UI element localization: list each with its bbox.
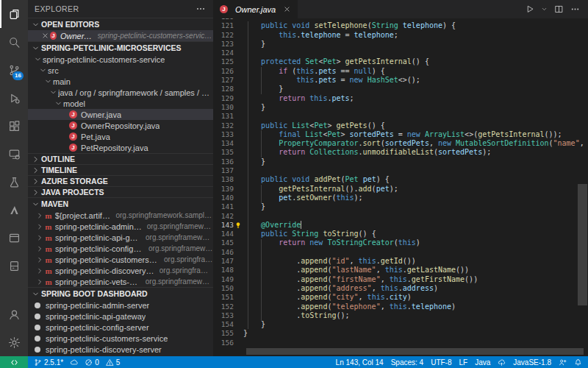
code-line-151[interactable]: 151 .append("city", this.city) bbox=[213, 293, 588, 302]
activity-bar-item-containers[interactable] bbox=[0, 252, 28, 280]
maven-item[interactable]: m${project.artifactId}org.springframewor… bbox=[28, 210, 213, 221]
code-line-137[interactable]: 137 bbox=[213, 166, 588, 175]
tree-item[interactable]: java / org / springframework / samples /… bbox=[28, 87, 213, 98]
dashboard-item[interactable]: spring-petclinic-api-gateway bbox=[28, 311, 213, 322]
maven-item[interactable]: mspring-petclinic-vets-serviceorg.spring… bbox=[28, 276, 213, 287]
code-line-139[interactable]: 139 getPetsInternal().add(pet); bbox=[213, 185, 588, 194]
code-line-133[interactable]: 133 final List<Pet> sortedPets = new Arr… bbox=[213, 130, 588, 139]
dashboard-item[interactable]: spring-petclinic-discovery-server bbox=[28, 344, 213, 355]
code-line-130[interactable]: 130 } bbox=[213, 103, 588, 112]
code-line-132[interactable]: 132 public List<Pet> getPets() { bbox=[213, 121, 588, 130]
editor-action-run-file[interactable] bbox=[525, 4, 534, 14]
activity-bar-item-accounts[interactable] bbox=[0, 300, 28, 328]
code-line-124[interactable]: 124 bbox=[213, 49, 588, 57]
editor-action-split-editor[interactable] bbox=[554, 4, 564, 14]
status-item-eol[interactable]: LF bbox=[459, 358, 468, 367]
code-area[interactable]: 120121 public void setTelephone(String t… bbox=[213, 18, 588, 356]
activity-bar-item-testing[interactable] bbox=[0, 168, 28, 196]
activity-bar-item-search[interactable] bbox=[0, 28, 28, 56]
dashboard-item[interactable]: spring-petclinic-admin-server bbox=[28, 300, 213, 311]
status-item-publish[interactable] bbox=[498, 358, 506, 367]
code-line-129[interactable]: 129 return this.pets; bbox=[213, 94, 588, 103]
status-item-indentation[interactable]: Spaces: 4 bbox=[391, 358, 423, 367]
status-item-encoding[interactable]: UTF-8 bbox=[431, 358, 451, 367]
code-line-147[interactable]: 147 .append("id", this.getId()) bbox=[213, 257, 588, 266]
code-line-123[interactable]: 123 } bbox=[213, 40, 588, 49]
maven-item[interactable]: mspring-petclinic-config-serverorg.sprin… bbox=[28, 243, 213, 254]
horizontal-scrollbar[interactable] bbox=[246, 348, 584, 355]
code-line-152[interactable]: 152 .append("telephone", this.telephone) bbox=[213, 302, 588, 311]
remote-indicator[interactable] bbox=[0, 356, 28, 368]
lightbulb-icon[interactable] bbox=[234, 222, 242, 229]
code-line-149[interactable]: 149 .append("firstName", this.getFirstNa… bbox=[213, 275, 588, 284]
tree-item[interactable]: src bbox=[28, 65, 213, 76]
code-line-153[interactable]: 153 .toString(); bbox=[213, 311, 588, 320]
editor-action-run-dropdown[interactable] bbox=[541, 6, 548, 13]
code-line-140[interactable]: 140 pet.setOwner(this); bbox=[213, 194, 588, 202]
section-outline[interactable]: OUTLINE bbox=[28, 153, 213, 164]
code-line-145[interactable]: 145 return new ToStringCreator(this) bbox=[213, 238, 588, 247]
code-line-126[interactable]: 126 if (this.pets == null) { bbox=[213, 67, 588, 76]
code-line-150[interactable]: 150 .append("address", this.address) bbox=[213, 284, 588, 293]
dashboard-item[interactable]: spring-petclinic-customers-service bbox=[28, 333, 213, 344]
section-timeline[interactable]: TIMELINE bbox=[28, 164, 213, 175]
dashboard-item[interactable]: spring-petclinic-config-server bbox=[28, 322, 213, 333]
activity-bar-item-extensions[interactable] bbox=[0, 112, 28, 140]
section-open-editors[interactable]: OPEN EDITORS bbox=[28, 18, 213, 30]
open-editor-item[interactable]: JOwner.javaspring-petclinic-customers-se… bbox=[28, 30, 213, 41]
activity-bar-item-browser-preview[interactable] bbox=[0, 224, 28, 252]
code-line-154[interactable]: 154 } bbox=[213, 320, 588, 329]
maven-item[interactable]: mspring-petclinic-discovery-serverorg.sp… bbox=[28, 265, 213, 276]
tree-item[interactable]: JPetRepository.java bbox=[28, 142, 213, 153]
code-line-138[interactable]: 138 public void addPet(Pet pet) { bbox=[213, 175, 588, 184]
close-icon[interactable] bbox=[40, 32, 50, 40]
code-line-143[interactable]: 143 @Override bbox=[213, 221, 588, 230]
status-item-errors[interactable]: 0 bbox=[85, 358, 99, 367]
activity-bar-item-source-control[interactable]: 16 bbox=[0, 56, 28, 84]
maven-item[interactable]: mspring-petclinic-customers-serviceorg.s… bbox=[28, 254, 213, 265]
code-line-141[interactable]: 141 } bbox=[213, 202, 588, 211]
activity-bar-item-explorer[interactable] bbox=[0, 0, 28, 28]
status-item-sync-indicator[interactable] bbox=[70, 358, 78, 367]
editor-action-more-actions[interactable] bbox=[570, 4, 580, 14]
activity-bar-item-remote-explorer[interactable] bbox=[0, 140, 28, 168]
section-azure-storage[interactable]: AZURE STORAGE bbox=[28, 175, 213, 186]
status-item-branch-indicator[interactable]: 2.5.1* bbox=[34, 358, 63, 367]
status-item-cursor-position[interactable]: Ln 143, Col 14 bbox=[336, 358, 384, 367]
section-maven[interactable]: MAVEN bbox=[28, 197, 213, 210]
code-line-155[interactable]: 155} bbox=[213, 329, 588, 338]
status-item-feedback[interactable] bbox=[559, 358, 567, 367]
code-line-128[interactable]: 128 } bbox=[213, 85, 588, 93]
code-line-148[interactable]: 148 .append("lastName", this.getLastName… bbox=[213, 266, 588, 275]
code-line-134[interactable]: 134 PropertyComparator.sort(sortedPets, … bbox=[213, 139, 588, 148]
code-line-125[interactable]: 125 protected Set<Pet> getPetsInternal()… bbox=[213, 57, 588, 66]
vertical-scrollbar[interactable] bbox=[578, 184, 587, 305]
maven-item[interactable]: mspring-petclinic-admin-serverorg.spring… bbox=[28, 221, 213, 232]
tree-item[interactable]: JOwnerRepository.java bbox=[28, 120, 213, 131]
section-spring-boot-dashboard[interactable]: SPRING BOOT DASHBOARD bbox=[28, 287, 213, 300]
tree-item[interactable]: spring-petclinic-customers-service bbox=[28, 54, 213, 65]
tree-item[interactable]: JPet.java bbox=[28, 131, 213, 142]
code-line-156[interactable]: 156 bbox=[213, 339, 588, 347]
tree-item[interactable]: JOwner.java bbox=[28, 109, 213, 120]
ellipsis-icon[interactable] bbox=[196, 4, 206, 14]
code-line-122[interactable]: 122 this.telephone = telephone; bbox=[213, 31, 588, 40]
status-item-java-runtime[interactable]: JavaSE-1.8 bbox=[513, 358, 551, 367]
code-line-136[interactable]: 136 } bbox=[213, 158, 588, 166]
tab-owner-java[interactable]: J Owner.java bbox=[213, 0, 298, 18]
tree-item[interactable]: main bbox=[28, 76, 213, 87]
code-line-131[interactable]: 131 bbox=[213, 112, 588, 121]
status-item-language-mode[interactable]: Java bbox=[475, 358, 490, 367]
code-line-135[interactable]: 135 return Collections.unmodifiableList(… bbox=[213, 148, 588, 157]
code-line-142[interactable]: 142 bbox=[213, 212, 588, 221]
code-line-121[interactable]: 121 public void setTelephone(String tele… bbox=[213, 21, 588, 30]
activity-bar-item-azure[interactable] bbox=[0, 196, 28, 224]
code-line-127[interactable]: 127 this.pets = new HashSet<>(); bbox=[213, 76, 588, 85]
activity-bar-item-run-debug[interactable] bbox=[0, 84, 28, 112]
code-line-144[interactable]: 144 public String toString() { bbox=[213, 230, 588, 238]
tree-item[interactable]: model bbox=[28, 98, 213, 109]
activity-bar-item-settings[interactable] bbox=[0, 328, 28, 356]
section-java-projects[interactable]: JAVA PROJECTS bbox=[28, 186, 213, 197]
section-project[interactable]: SPRING-PETCLINIC-MICROSERVICES bbox=[28, 41, 213, 54]
code-line-146[interactable]: 146 bbox=[213, 248, 588, 257]
